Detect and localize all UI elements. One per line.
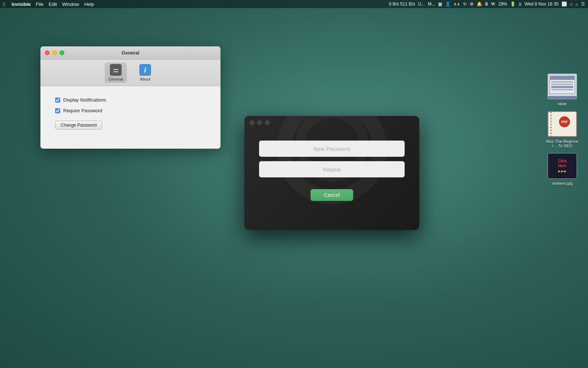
new-password-input[interactable] xyxy=(259,141,405,157)
menu-edit[interactable]: Edit xyxy=(49,1,57,7)
about-icon: i xyxy=(139,64,151,76)
battery-percent: 28% xyxy=(498,1,507,7)
tab-general[interactable]: ⚌ General xyxy=(105,63,127,83)
close-button[interactable] xyxy=(45,50,50,55)
user-icon: 👤 xyxy=(445,1,451,7)
require-password-checkbox[interactable] xyxy=(55,108,60,113)
pw-min-button[interactable] xyxy=(257,120,262,125)
pw-titlebar xyxy=(244,116,419,130)
menubar-left:  Invisible File Edit Window Help xyxy=(3,1,94,7)
time-machine-icon: ⧖ xyxy=(519,1,521,7)
search-icon[interactable]: ⌕ xyxy=(576,1,578,7)
repeat-password-input[interactable] xyxy=(259,161,405,177)
general-titlebar: General xyxy=(40,46,220,60)
network-status: 0 B/s 511 B/s xyxy=(389,1,415,7)
gear-icon[interactable]: ⚙ xyxy=(470,1,474,7)
bluetooth-icon: Ƀ xyxy=(485,1,488,7)
file-thumb-pdf: PDF xyxy=(548,111,577,137)
file-thumb-table xyxy=(548,74,577,99)
pw-close-button[interactable] xyxy=(250,120,254,125)
right-panel: table PDF Moz-The-Beginner...-To-SEO Cli… xyxy=(544,74,581,185)
menu-toggle-icon[interactable]: ☰ xyxy=(581,1,585,7)
memory-icon: M... xyxy=(428,1,435,7)
window-title: General xyxy=(122,50,139,56)
general-toolbar: ⚌ General i About xyxy=(40,60,220,86)
require-password-label: Require Password xyxy=(63,108,102,113)
pdf-icon: PDF xyxy=(559,116,570,127)
file-item-table[interactable]: table xyxy=(548,74,577,106)
notification-icon: 🔔 xyxy=(477,1,482,7)
app-name[interactable]: Invisible xyxy=(11,1,31,7)
password-dialog: Cancel xyxy=(244,116,419,230)
disk-icon: ▦ xyxy=(438,1,442,7)
apple-menu-icon[interactable]:  xyxy=(3,1,5,7)
menubar:  Invisible File Edit Window Help 0 B/s … xyxy=(0,0,588,8)
change-password-button[interactable]: Change Password xyxy=(55,121,102,130)
pw-max-button[interactable] xyxy=(265,120,270,125)
cpu-icon: U... xyxy=(418,1,425,7)
display-notifications-row: Display Notifications xyxy=(55,97,206,103)
wifi-icon[interactable]: 𝐖 xyxy=(491,1,495,7)
file-item-pdf[interactable]: PDF Moz-The-Beginner...-To-SEO xyxy=(545,111,580,148)
display-icon: ⬜ xyxy=(562,1,567,7)
menu-window[interactable]: Window xyxy=(62,1,79,7)
file-name-pdf: Moz-The-Beginner...-To-SEO xyxy=(545,139,580,148)
battery-icon: 🔋 xyxy=(510,1,516,7)
screen-decoration xyxy=(549,75,575,94)
general-window: General ⚌ General i About Display Notifi… xyxy=(40,46,220,149)
wifi-signal-icon: ∧∧ xyxy=(453,1,460,7)
file-name-table: table xyxy=(558,102,567,106)
tab-about[interactable]: i About xyxy=(134,63,156,83)
display-notifications-checkbox[interactable] xyxy=(55,98,60,103)
tab-about-label: About xyxy=(140,77,151,81)
traffic-lights xyxy=(45,50,64,55)
file-name-redeem: redeem.jpg xyxy=(552,181,572,185)
menu-help[interactable]: Help xyxy=(84,1,94,7)
general-icon: ⚌ xyxy=(110,64,122,76)
redeem-decoration: ClickHere ▶ ▶ ▶ xyxy=(558,159,567,173)
file-item-redeem[interactable]: ClickHere ▶ ▶ ▶ redeem.jpg xyxy=(548,153,577,185)
menubar-right: 0 B/s 511 B/s U... M... ▦ 👤 ∧∧ ↻ ⚙ 🔔 Ƀ 𝐖… xyxy=(389,1,585,7)
menu-file[interactable]: File xyxy=(36,1,44,7)
require-password-row: Require Password xyxy=(55,108,206,113)
maximize-button[interactable] xyxy=(60,50,64,55)
display-notifications-label: Display Notifications xyxy=(63,97,106,103)
cancel-button[interactable]: Cancel xyxy=(311,189,353,201)
pw-buttons: Cancel xyxy=(259,189,405,201)
tab-general-label: General xyxy=(108,77,123,81)
minimize-button[interactable] xyxy=(52,50,57,55)
file-thumb-redeem: ClickHere ▶ ▶ ▶ xyxy=(548,153,577,179)
airplay-icon: ⌂ xyxy=(570,1,573,7)
pw-content: Cancel xyxy=(244,130,419,208)
refresh-icon: ↻ xyxy=(463,1,467,7)
datetime: Wed 8 Nov 16 30 xyxy=(524,1,559,7)
general-content: Display Notifications Require Password C… xyxy=(40,86,220,149)
